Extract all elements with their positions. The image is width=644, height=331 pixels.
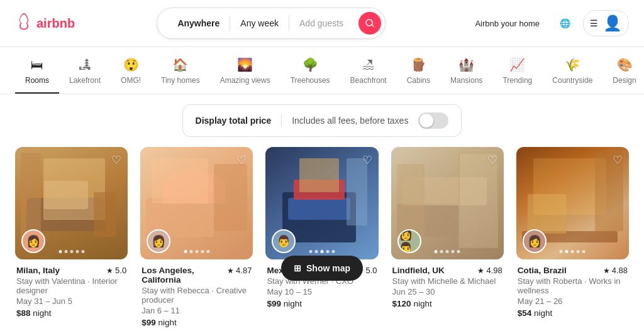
listing-location-5: Cotia, Brazil xyxy=(518,266,567,275)
listing-price-1: $88 night xyxy=(16,308,126,318)
listing-card-4[interactable]: ♡👩👨 Lindfield, UK ★ 4.98 Stay with Miche… xyxy=(391,147,504,327)
user-menu[interactable]: ☰ 👤 xyxy=(583,10,629,36)
dot-5-4 xyxy=(582,250,586,253)
listing-dates-3: May 10 – 15 xyxy=(267,287,377,296)
dot-4-1 xyxy=(440,250,443,253)
listings-grid: ♡👩 Milan, Italy ★ 5.0 Stay with Valentin… xyxy=(0,147,644,331)
category-omg[interactable]: 😲 OMG! xyxy=(111,57,151,94)
category-label-tiny: Tiny homes xyxy=(161,76,200,85)
image-dots-5 xyxy=(560,250,586,253)
dot-2-2 xyxy=(195,250,198,253)
logo[interactable]: airbnb xyxy=(15,13,75,35)
price-value-5: $54 xyxy=(518,308,532,318)
category-beachfront[interactable]: 🏖 Beachfront xyxy=(340,58,397,94)
dot-5-3 xyxy=(577,250,580,253)
dot-3-4 xyxy=(331,250,335,253)
category-label-cabins: Cabins xyxy=(407,76,430,85)
category-lakefront[interactable]: 🏞 Lakefront xyxy=(59,58,111,94)
price-bar-inner: Display total price Includes all fees, b… xyxy=(182,104,462,137)
category-views[interactable]: 🌄 Amazing views xyxy=(210,57,280,94)
category-tiny[interactable]: 🏠 Tiny homes xyxy=(151,57,210,94)
listing-dates-1: May 31 – Jun 5 xyxy=(16,296,126,306)
display-total-price-label: Display total price xyxy=(196,116,272,126)
price-value-2: $99 xyxy=(142,318,156,327)
search-button[interactable] xyxy=(358,12,381,35)
dot-1-0 xyxy=(58,250,62,253)
price-toggle[interactable] xyxy=(418,112,448,129)
header-right: Airbnb your home 🌐 ☰ 👤 xyxy=(467,10,629,36)
dot-4-0 xyxy=(435,250,438,253)
listing-host-2: Stay with Rebecca · Creative producer xyxy=(142,286,252,305)
listing-card-2[interactable]: ♡👩 Los Angeles, California ★ 4.87 Stay w… xyxy=(140,147,253,327)
listing-image-1: ♡👩 xyxy=(15,147,128,259)
heart-button-1[interactable]: ♡ xyxy=(111,153,121,167)
dot-1-4 xyxy=(81,250,84,253)
category-label-treehouses: Treehouses xyxy=(291,76,330,85)
category-icon-cabins: 🪵 xyxy=(411,57,426,72)
image-dots-1 xyxy=(58,250,84,253)
category-countryside[interactable]: 🌾 Countryside xyxy=(542,57,602,94)
dot-4-4 xyxy=(457,250,460,253)
listing-card-1[interactable]: ♡👩 Milan, Italy ★ 5.0 Stay with Valentin… xyxy=(15,147,128,327)
listing-card-3[interactable]: ♡👨 Mexico City, Mexico ★ 5.0 Stay with W… xyxy=(265,147,378,327)
category-rooms[interactable]: 🛏 Rooms xyxy=(15,58,59,94)
listing-card-5[interactable]: ♡👩 Cotia, Brazil ★ 4.88 Stay with Robert… xyxy=(516,147,629,327)
listing-top-1: Milan, Italy ★ 5.0 xyxy=(16,266,126,275)
guests-search[interactable]: Add guests xyxy=(289,16,353,31)
category-label-rooms: Rooms xyxy=(25,76,49,85)
listing-dates-4: Jun 25 – 30 xyxy=(392,287,502,296)
toggle-knob xyxy=(419,114,433,128)
category-label-mansions: Mansions xyxy=(450,76,482,85)
show-map-label: Show map xyxy=(306,263,350,273)
category-cabins[interactable]: 🪵 Cabins xyxy=(397,57,440,94)
category-icon-views: 🌄 xyxy=(237,57,253,72)
listing-price-4: $120 night xyxy=(392,299,502,308)
listing-image-2: ♡👩 xyxy=(140,147,253,259)
listing-dates-2: Jan 6 – 11 xyxy=(142,306,252,315)
price-value-3: $99 xyxy=(267,299,281,308)
category-icon-lakefront: 🏞 xyxy=(79,58,91,72)
heart-button-2[interactable]: ♡ xyxy=(236,153,247,167)
price-unit-2: night xyxy=(158,318,176,327)
heart-button-4[interactable]: ♡ xyxy=(487,153,497,167)
category-label-trending: Trending xyxy=(502,76,532,85)
listing-top-4: Lindfield, UK ★ 4.98 xyxy=(392,266,502,275)
dot-2-3 xyxy=(201,250,204,253)
category-icon-mansions: 🏰 xyxy=(458,57,474,72)
host-link[interactable]: Airbnb your home xyxy=(467,14,547,33)
star-icon-1: ★ xyxy=(106,266,113,275)
category-design[interactable]: 🎨 Design xyxy=(602,57,644,94)
listing-location-1: Milan, Italy xyxy=(16,266,60,275)
category-icon-omg: 😲 xyxy=(123,57,139,72)
rating-value-4: 4.98 xyxy=(486,266,502,275)
price-unit-3: night xyxy=(284,299,302,308)
location-search[interactable]: Anywhere xyxy=(167,16,230,31)
price-bar-divider xyxy=(281,114,282,127)
dates-search[interactable]: Any week xyxy=(230,16,289,31)
price-unit-1: night xyxy=(33,308,51,318)
category-icon-countryside: 🌾 xyxy=(565,57,580,72)
dot-3-1 xyxy=(314,250,318,253)
listing-info-1: Milan, Italy ★ 5.0 Stay with Valentina ·… xyxy=(15,266,128,318)
map-grid-icon: ⊞ xyxy=(294,263,301,273)
host-avatar-1: 👩 xyxy=(21,229,45,253)
category-treehouses[interactable]: 🌳 Treehouses xyxy=(280,57,340,94)
listing-rating-1: ★ 5.0 xyxy=(106,266,126,275)
host-avatar-4: 👩👨 xyxy=(397,229,421,253)
category-label-design: Design xyxy=(613,76,636,85)
heart-button-3[interactable]: ♡ xyxy=(362,153,372,167)
price-bar: Display total price Includes all fees, b… xyxy=(0,94,644,147)
show-map-button[interactable]: ⊞ Show map xyxy=(281,256,363,281)
category-nav: 🛏 Rooms 🏞 Lakefront 😲 OMG! 🏠 Tiny homes … xyxy=(0,47,644,94)
user-avatar-icon: 👤 xyxy=(603,14,622,32)
dot-5-1 xyxy=(565,250,569,253)
category-trending[interactable]: 📈 Trending xyxy=(492,57,542,94)
image-dots-3 xyxy=(309,250,335,253)
image-dots-2 xyxy=(184,250,209,253)
category-label-omg: OMG! xyxy=(121,76,141,85)
globe-button[interactable]: 🌐 xyxy=(555,13,575,33)
heart-button-5[interactable]: ♡ xyxy=(613,153,623,167)
category-icon-tiny: 🏠 xyxy=(172,57,188,72)
category-mansions[interactable]: 🏰 Mansions xyxy=(440,57,492,94)
image-dots-4 xyxy=(435,250,460,253)
